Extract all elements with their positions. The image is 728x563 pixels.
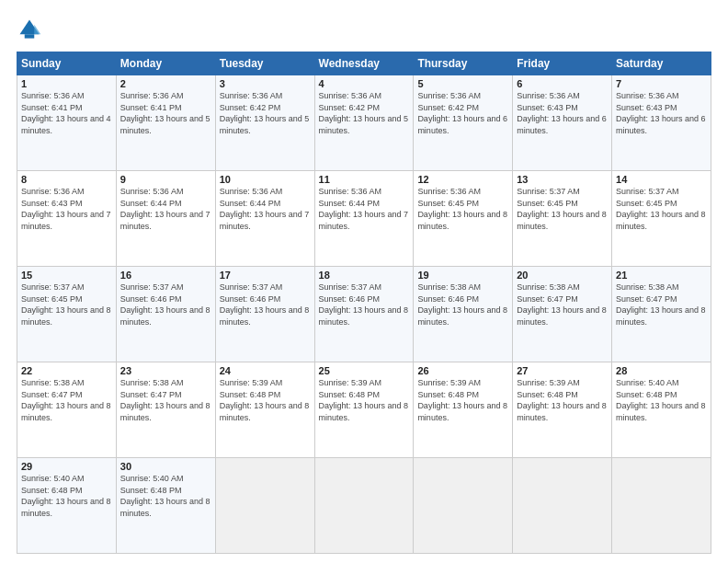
svg-marker-2 bbox=[34, 25, 40, 35]
day-number: 13 bbox=[517, 174, 608, 185]
day-cell: 19Sunrise: 5:38 AMSunset: 6:46 PMDayligh… bbox=[414, 267, 513, 362]
day-cell: 28Sunrise: 5:40 AMSunset: 6:48 PMDayligh… bbox=[612, 362, 711, 458]
day-info: Sunrise: 5:37 AMSunset: 6:46 PMDaylight:… bbox=[319, 282, 410, 327]
logo-icon bbox=[17, 17, 42, 42]
day-cell: 2Sunrise: 5:36 AMSunset: 6:41 PMDaylight… bbox=[116, 75, 215, 171]
day-number: 18 bbox=[319, 270, 410, 281]
day-number: 22 bbox=[21, 365, 112, 376]
day-info: Sunrise: 5:39 AMSunset: 6:48 PMDaylight:… bbox=[319, 377, 410, 423]
day-number: 3 bbox=[220, 78, 311, 89]
day-number: 2 bbox=[120, 78, 211, 89]
day-info: Sunrise: 5:38 AMSunset: 6:47 PMDaylight:… bbox=[517, 282, 608, 327]
header-sunday: Sunday bbox=[17, 52, 117, 75]
day-cell: 24Sunrise: 5:39 AMSunset: 6:48 PMDayligh… bbox=[215, 362, 314, 458]
day-number: 29 bbox=[21, 461, 112, 472]
day-cell: 9Sunrise: 5:36 AMSunset: 6:44 PMDaylight… bbox=[116, 171, 215, 267]
day-cell bbox=[314, 458, 414, 554]
header bbox=[17, 17, 711, 42]
day-number: 1 bbox=[21, 78, 112, 89]
header-thursday: Thursday bbox=[414, 52, 513, 75]
day-info: Sunrise: 5:36 AMSunset: 6:41 PMDaylight:… bbox=[120, 90, 211, 136]
day-number: 21 bbox=[616, 270, 707, 281]
day-number: 4 bbox=[319, 78, 410, 89]
day-cell: 3Sunrise: 5:36 AMSunset: 6:42 PMDaylight… bbox=[215, 75, 314, 171]
day-cell: 11Sunrise: 5:36 AMSunset: 6:44 PMDayligh… bbox=[314, 171, 414, 267]
day-cell: 25Sunrise: 5:39 AMSunset: 6:48 PMDayligh… bbox=[314, 362, 414, 458]
day-cell: 21Sunrise: 5:38 AMSunset: 6:47 PMDayligh… bbox=[612, 267, 711, 362]
day-cell: 18Sunrise: 5:37 AMSunset: 6:46 PMDayligh… bbox=[314, 267, 414, 362]
week-row-2: 8Sunrise: 5:36 AMSunset: 6:43 PMDaylight… bbox=[17, 171, 711, 267]
day-cell bbox=[414, 458, 513, 554]
day-number: 23 bbox=[120, 365, 211, 376]
day-number: 17 bbox=[220, 270, 311, 281]
day-number: 19 bbox=[417, 270, 508, 281]
day-number: 10 bbox=[220, 174, 311, 185]
day-number: 9 bbox=[120, 174, 211, 185]
header-tuesday: Tuesday bbox=[215, 52, 314, 75]
day-number: 26 bbox=[417, 365, 508, 376]
day-cell: 13Sunrise: 5:37 AMSunset: 6:45 PMDayligh… bbox=[513, 171, 612, 267]
header-friday: Friday bbox=[513, 52, 612, 75]
day-info: Sunrise: 5:38 AMSunset: 6:47 PMDaylight:… bbox=[120, 377, 211, 423]
day-number: 11 bbox=[319, 174, 410, 185]
day-number: 8 bbox=[21, 174, 112, 185]
day-info: Sunrise: 5:36 AMSunset: 6:43 PMDaylight:… bbox=[21, 186, 112, 232]
day-cell bbox=[612, 458, 711, 554]
day-info: Sunrise: 5:36 AMSunset: 6:42 PMDaylight:… bbox=[319, 90, 410, 136]
day-cell bbox=[513, 458, 612, 554]
day-info: Sunrise: 5:37 AMSunset: 6:46 PMDaylight:… bbox=[120, 282, 211, 327]
calendar-table: SundayMondayTuesdayWednesdayThursdayFrid… bbox=[17, 52, 711, 554]
day-info: Sunrise: 5:37 AMSunset: 6:46 PMDaylight:… bbox=[220, 282, 311, 327]
day-cell: 1Sunrise: 5:36 AMSunset: 6:41 PMDaylight… bbox=[17, 75, 117, 171]
week-row-1: 1Sunrise: 5:36 AMSunset: 6:41 PMDaylight… bbox=[17, 75, 711, 171]
svg-rect-1 bbox=[25, 34, 35, 38]
day-cell: 17Sunrise: 5:37 AMSunset: 6:46 PMDayligh… bbox=[215, 267, 314, 362]
header-monday: Monday bbox=[116, 52, 215, 75]
week-row-3: 15Sunrise: 5:37 AMSunset: 6:45 PMDayligh… bbox=[17, 267, 711, 362]
day-info: Sunrise: 5:39 AMSunset: 6:48 PMDaylight:… bbox=[417, 377, 508, 423]
day-number: 7 bbox=[616, 78, 707, 89]
header-row: SundayMondayTuesdayWednesdayThursdayFrid… bbox=[17, 52, 711, 75]
day-number: 20 bbox=[517, 270, 608, 281]
week-row-4: 22Sunrise: 5:38 AMSunset: 6:47 PMDayligh… bbox=[17, 362, 711, 458]
day-cell: 30Sunrise: 5:40 AMSunset: 6:48 PMDayligh… bbox=[116, 458, 215, 554]
day-info: Sunrise: 5:37 AMSunset: 6:45 PMDaylight:… bbox=[517, 186, 608, 232]
day-info: Sunrise: 5:39 AMSunset: 6:48 PMDaylight:… bbox=[517, 377, 608, 423]
day-number: 6 bbox=[517, 78, 608, 89]
day-info: Sunrise: 5:37 AMSunset: 6:45 PMDaylight:… bbox=[21, 282, 112, 327]
day-number: 12 bbox=[417, 174, 508, 185]
day-info: Sunrise: 5:36 AMSunset: 6:44 PMDaylight:… bbox=[120, 186, 211, 232]
day-info: Sunrise: 5:36 AMSunset: 6:45 PMDaylight:… bbox=[417, 186, 508, 232]
page: SundayMondayTuesdayWednesdayThursdayFrid… bbox=[0, 0, 728, 563]
day-cell: 26Sunrise: 5:39 AMSunset: 6:48 PMDayligh… bbox=[414, 362, 513, 458]
day-number: 24 bbox=[220, 365, 311, 376]
week-row-5: 29Sunrise: 5:40 AMSunset: 6:48 PMDayligh… bbox=[17, 458, 711, 554]
day-cell: 27Sunrise: 5:39 AMSunset: 6:48 PMDayligh… bbox=[513, 362, 612, 458]
day-cell: 6Sunrise: 5:36 AMSunset: 6:43 PMDaylight… bbox=[513, 75, 612, 171]
day-cell: 7Sunrise: 5:36 AMSunset: 6:43 PMDaylight… bbox=[612, 75, 711, 171]
day-number: 5 bbox=[417, 78, 508, 89]
day-info: Sunrise: 5:37 AMSunset: 6:45 PMDaylight:… bbox=[616, 186, 707, 232]
logo bbox=[17, 17, 46, 42]
day-cell: 16Sunrise: 5:37 AMSunset: 6:46 PMDayligh… bbox=[116, 267, 215, 362]
day-cell: 14Sunrise: 5:37 AMSunset: 6:45 PMDayligh… bbox=[612, 171, 711, 267]
day-info: Sunrise: 5:40 AMSunset: 6:48 PMDaylight:… bbox=[616, 377, 707, 423]
day-number: 28 bbox=[616, 365, 707, 376]
day-cell: 22Sunrise: 5:38 AMSunset: 6:47 PMDayligh… bbox=[17, 362, 117, 458]
day-info: Sunrise: 5:36 AMSunset: 6:43 PMDaylight:… bbox=[517, 90, 608, 136]
day-number: 27 bbox=[517, 365, 608, 376]
day-info: Sunrise: 5:36 AMSunset: 6:42 PMDaylight:… bbox=[417, 90, 508, 136]
day-info: Sunrise: 5:36 AMSunset: 6:41 PMDaylight:… bbox=[21, 90, 112, 136]
day-number: 16 bbox=[120, 270, 211, 281]
day-info: Sunrise: 5:39 AMSunset: 6:48 PMDaylight:… bbox=[220, 377, 311, 423]
day-cell: 15Sunrise: 5:37 AMSunset: 6:45 PMDayligh… bbox=[17, 267, 117, 362]
day-number: 14 bbox=[616, 174, 707, 185]
day-info: Sunrise: 5:36 AMSunset: 6:44 PMDaylight:… bbox=[220, 186, 311, 232]
day-info: Sunrise: 5:36 AMSunset: 6:44 PMDaylight:… bbox=[319, 186, 410, 232]
day-info: Sunrise: 5:38 AMSunset: 6:47 PMDaylight:… bbox=[21, 377, 112, 423]
day-cell: 20Sunrise: 5:38 AMSunset: 6:47 PMDayligh… bbox=[513, 267, 612, 362]
day-cell: 29Sunrise: 5:40 AMSunset: 6:48 PMDayligh… bbox=[17, 458, 117, 554]
day-info: Sunrise: 5:36 AMSunset: 6:42 PMDaylight:… bbox=[220, 90, 311, 136]
day-cell bbox=[215, 458, 314, 554]
day-cell: 12Sunrise: 5:36 AMSunset: 6:45 PMDayligh… bbox=[414, 171, 513, 267]
